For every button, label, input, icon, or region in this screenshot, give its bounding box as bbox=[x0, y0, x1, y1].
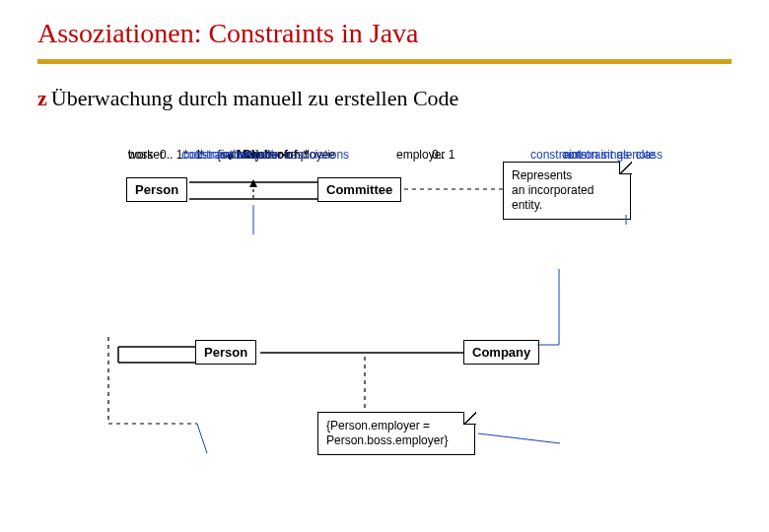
svg-marker-3 bbox=[249, 179, 257, 187]
bullet-icon: z bbox=[37, 86, 47, 110]
class-person-2: Person bbox=[195, 340, 256, 365]
mult-boss: 0.. 1 bbox=[160, 148, 182, 162]
note2-l1: {Person.employer = bbox=[326, 419, 466, 433]
note-represents: Represents an incorporated entity. bbox=[503, 162, 631, 220]
note1-l1: Represents bbox=[512, 168, 622, 183]
page-title: Assoziationen: Constraints in Java bbox=[0, 0, 769, 49]
class-committee: Committee bbox=[317, 177, 401, 202]
class-person-1: Person bbox=[126, 177, 187, 202]
role-boss: boss bbox=[128, 148, 153, 162]
anno-on-path: constraint on path bbox=[183, 148, 277, 162]
mult-company-left: 0.. 1 bbox=[432, 148, 454, 162]
note2-l2: Person.boss.employer} bbox=[326, 433, 466, 448]
svg-line-14 bbox=[197, 424, 207, 453]
bullet-line: zÜberwachung durch manuell zu erstellen … bbox=[0, 64, 769, 111]
anno-note: note bbox=[564, 148, 587, 162]
note-employer-constraint: {Person.employer = Person.boss.employer} bbox=[317, 412, 475, 455]
class-company: Company bbox=[463, 340, 539, 365]
bullet-text: Überwachung durch manuell zu erstellen C… bbox=[51, 86, 459, 110]
uml-diagram: Person Committee ◆ Member-of Chair-of * … bbox=[89, 148, 700, 502]
note1-l2: an incorporated bbox=[512, 183, 622, 198]
anno-single-class: constraint on single class bbox=[530, 148, 663, 162]
svg-line-15 bbox=[478, 433, 560, 443]
note1-l3: entity. bbox=[512, 198, 622, 213]
